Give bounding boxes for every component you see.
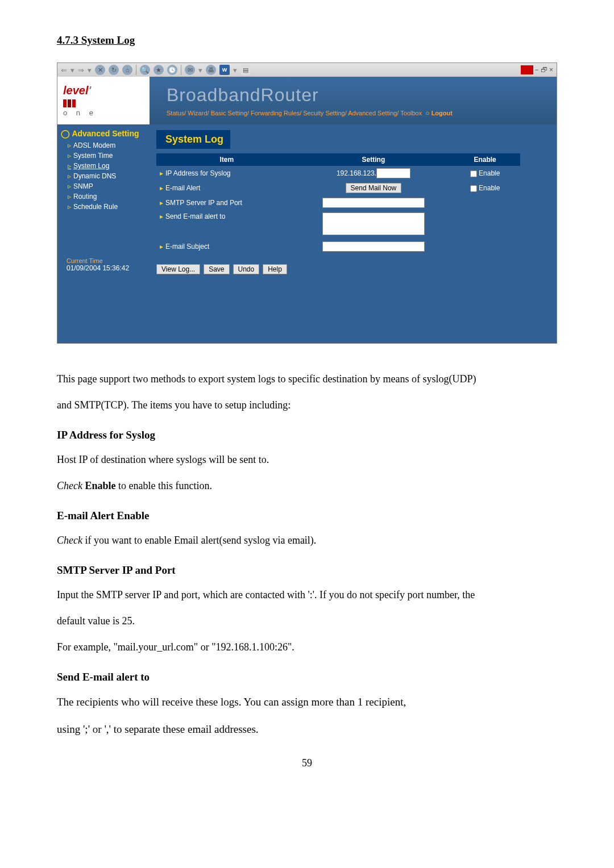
smtp-input[interactable]	[322, 198, 425, 208]
ip-enable-checkbox[interactable]	[470, 170, 477, 177]
view-log-button[interactable]: View Log...	[156, 264, 200, 274]
smtp-heading: SMTP Server IP and Port	[57, 560, 557, 581]
row-email-alert: ▸E-mail Alert Send Mail Now Enable	[156, 181, 520, 195]
panel-title: System Log	[156, 130, 230, 149]
mail-icon[interactable]: ✉	[185, 65, 195, 75]
breadcrumb[interactable]: Status/ Wizard/ Basic Setting/ Forwardin…	[167, 109, 557, 117]
send-to-textarea[interactable]	[322, 212, 425, 235]
ip-prefix: 192.168.123.	[337, 169, 376, 177]
favorites-icon[interactable]: ★	[154, 65, 164, 75]
sidebar-item-snmp[interactable]: ▹SNMP	[57, 181, 148, 191]
banner-title: BroadbandRouter	[167, 85, 557, 106]
back-icon[interactable]: ⇐	[61, 66, 67, 74]
home-icon[interactable]: ⌂	[122, 65, 132, 75]
smtp-paragraph-1: Input the SMTP server IP and port, which…	[57, 585, 557, 605]
word-icon[interactable]: W	[219, 65, 230, 75]
send-paragraph-1: The recipients who will receive these lo…	[57, 691, 557, 713]
smtp-paragraph-3: For example, "mail.your_url.com" or "192…	[57, 637, 557, 657]
row-smtp: ▸SMTP Server IP and Port	[156, 195, 520, 210]
col-item: Item	[156, 153, 297, 166]
intro-line2: and SMTP(TCP). The items you have to set…	[57, 395, 557, 415]
locale-flag-icon	[521, 65, 533, 74]
document-body: This page support two methods to export …	[57, 369, 557, 740]
current-time: 01/09/2004 15:36:42	[57, 264, 148, 272]
current-time-label: Current Time	[57, 257, 148, 264]
undo-button[interactable]: Undo	[233, 264, 260, 274]
print-icon[interactable]: 🖶	[206, 65, 216, 75]
logout-link[interactable]: Logout	[432, 110, 453, 116]
help-button[interactable]: Help	[263, 264, 287, 274]
ip-paragraph-2: Check Enable to enable this function.	[57, 475, 557, 496]
send-heading: Send E-mail alert to	[57, 666, 557, 688]
sidebar-item-adsl-modem[interactable]: ▹ADSL Modem	[57, 140, 148, 151]
row-ip-address: ▸IP Address for Syslog 192.168.123. Enab…	[156, 166, 520, 181]
section-heading: 4.7.3 System Log	[57, 34, 557, 47]
send-paragraph-2: using ';' or ',' to separate these email…	[57, 719, 557, 740]
row-subject: ▸E-mail Subject	[156, 239, 520, 254]
sidebar-item-schedule-rule[interactable]: ▹Schedule Rule	[57, 202, 148, 212]
intro-line1: This page support two methods to export …	[57, 369, 557, 389]
window-controls[interactable]: − 🗗 ×	[534, 66, 553, 74]
content-panel: System Log Item Setting Enable ▸IP Addre…	[148, 124, 557, 343]
stop-icon[interactable]: ✕	[95, 65, 105, 75]
history-icon[interactable]: 🕓	[167, 65, 177, 75]
config-table: Item Setting Enable ▸IP Address for Sysl…	[156, 153, 520, 254]
search-icon[interactable]: 🔍	[140, 65, 150, 75]
email-enable-checkbox[interactable]	[470, 185, 477, 192]
banner-right: BroadbandRouter Status/ Wizard/ Basic Se…	[148, 77, 557, 124]
logo-text: level'	[63, 84, 91, 97]
sidebar-item-dynamic-dns[interactable]: ▹Dynamic DNS	[57, 171, 148, 181]
subject-input[interactable]	[322, 241, 425, 252]
ie-toolbar: ⇐ ▾ ⇒ ▾ ✕ ↻ ⌂ 🔍 ★ 🕓 ✉ ▾ 🖶 W ▾ ▤ − 🗗 ×	[57, 63, 557, 77]
smtp-paragraph-2: default value is 25.	[57, 611, 557, 631]
button-row: View Log... Save Undo Help	[156, 264, 549, 274]
ip-paragraph-1: Host IP of destination where syslogs wil…	[57, 449, 557, 470]
page-number: 59	[57, 757, 557, 769]
banner: level' o n e BroadbandRouter Status/ Wiz…	[57, 77, 557, 124]
send-mail-now-button[interactable]: Send Mail Now	[346, 183, 402, 193]
router-screenshot: ⇐ ▾ ⇒ ▾ ✕ ↻ ⌂ 🔍 ★ 🕓 ✉ ▾ 🖶 W ▾ ▤ − 🗗 × le…	[57, 62, 557, 344]
ip-heading: IP Address for Syslog	[57, 424, 557, 446]
save-button[interactable]: Save	[204, 264, 229, 274]
email-paragraph: Check if you want to enable Email alert(…	[57, 530, 557, 550]
sidebar-head: ◯ Advanced Setting	[57, 127, 148, 140]
logo-panel: level' o n e	[57, 77, 148, 124]
refresh-icon[interactable]: ↻	[109, 65, 119, 75]
forward-icon[interactable]: ⇒	[78, 66, 84, 74]
logo-subtext: o n e	[63, 108, 97, 117]
row-send-to: ▸Send E-mail alert to	[156, 210, 520, 239]
notes-icon[interactable]: ▤	[240, 65, 251, 75]
col-enable: Enable	[450, 153, 520, 166]
ip-last-octet-input[interactable]	[376, 168, 410, 178]
email-heading: E-mail Alert Enable	[57, 505, 557, 527]
col-setting: Setting	[297, 153, 450, 166]
sidebar-item-system-log[interactable]: ▹System Log	[57, 161, 148, 171]
sidebar: ◯ Advanced Setting ▹ADSL Modem ▹System T…	[57, 124, 148, 343]
sidebar-item-system-time[interactable]: ▹System Time	[57, 151, 148, 161]
sidebar-item-routing[interactable]: ▹Routing	[57, 191, 148, 202]
